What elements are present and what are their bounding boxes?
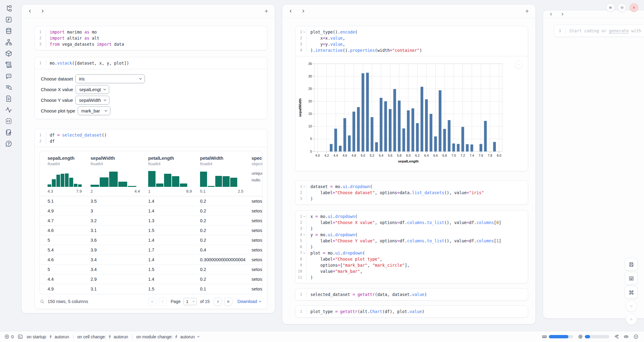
- dataset-select[interactable]: iris: [75, 74, 145, 83]
- table-row[interactable]: 53.61.40.2setosa: [39, 235, 263, 245]
- table-cell: 1.4: [140, 206, 192, 216]
- x-value-select[interactable]: sepalLength: [76, 85, 109, 94]
- stop-kernel-button[interactable]: [626, 301, 637, 312]
- table-row[interactable]: 5.43.91.70.4setosa: [39, 245, 263, 255]
- download-button[interactable]: Download: [238, 299, 262, 304]
- column-header[interactable]: speciesobjectunique:nulls:: [243, 151, 263, 196]
- fold-icon[interactable]: [303, 251, 306, 255]
- layout-toggle-button[interactable]: [625, 272, 638, 285]
- code-editor[interactable]: 1plot_type().encode(2 x=x.value,3 y=y.va…: [295, 26, 528, 56]
- bar-chart[interactable]: 4.04.24.44.64.85.05.25.45.65.86.06.26.46…: [297, 60, 511, 169]
- code-editor[interactable]: 1df = selected_dataset()2df: [35, 129, 267, 147]
- table-row[interactable]: 4.931.40.2setosa: [39, 206, 263, 216]
- code-line: 4).interactive().properties(width="conta…: [295, 47, 528, 53]
- command-palette-button[interactable]: [625, 286, 638, 299]
- table-cell: 4.9: [39, 284, 82, 294]
- code-editor[interactable]: 1selected_dataset = getattr(data, datase…: [295, 289, 528, 300]
- run-all-button[interactable]: [626, 314, 637, 325]
- table-row[interactable]: 53.41.50.2setosa: [39, 265, 263, 274]
- table-row[interactable]: 4.63.41.40.30000000000000004setosa: [39, 255, 263, 265]
- table-row[interactable]: 5.13.51.40.2setosa: [39, 196, 263, 206]
- table-cell: 5: [39, 235, 82, 245]
- menu-button[interactable]: [606, 3, 615, 12]
- nav-back-button[interactable]: [28, 9, 32, 13]
- nav-forward-button[interactable]: [560, 12, 564, 16]
- line-number: 1: [295, 183, 306, 190]
- sidebar-logs-button[interactable]: [5, 61, 13, 69]
- table-row[interactable]: 4.42.91.40.2setosa: [39, 274, 263, 284]
- connection-status-button[interactable]: [633, 334, 639, 339]
- nav-forward-button[interactable]: [301, 9, 306, 13]
- nav-back-button[interactable]: [549, 12, 553, 16]
- next-page-button[interactable]: [214, 297, 222, 306]
- add-cell-button[interactable]: [264, 9, 269, 13]
- fold-icon[interactable]: [303, 185, 306, 188]
- prev-page-button[interactable]: [159, 297, 167, 306]
- table-cell: 0.2: [192, 196, 243, 206]
- save-button[interactable]: [625, 258, 638, 271]
- copilot-status-button[interactable]: [624, 334, 629, 339]
- code-editor[interactable]: 1mo.vstack([dataset, x, y, plot]): [35, 57, 267, 69]
- code-line: 3): [295, 226, 528, 232]
- fold-icon[interactable]: [303, 233, 306, 236]
- table-cell: 0.2: [192, 235, 243, 245]
- sidebar-database-button[interactable]: [5, 27, 13, 35]
- code-line: 8 label="Choose plot type",: [295, 256, 528, 262]
- table-row[interactable]: 4.93.11.50.1setosa: [39, 284, 263, 294]
- code-editor[interactable]: 1plot_type = getattr(alt.Chart(df), plot…: [295, 306, 528, 317]
- first-page-button[interactable]: [148, 297, 156, 306]
- plot-type-select[interactable]: mark_bar: [78, 106, 110, 115]
- sidebar-outline-code-button[interactable]: [5, 118, 13, 125]
- sidebar-dependency-graph-button[interactable]: [5, 39, 13, 46]
- column-header[interactable]: sepalLengthfloat644.37.9: [39, 151, 82, 196]
- on-module-change-setting[interactable]: on module change: autorun: [136, 334, 200, 339]
- add-cell-button[interactable]: [525, 9, 529, 13]
- errors-indicator[interactable]: 0: [4, 334, 14, 339]
- nav-forward-button[interactable]: [40, 9, 45, 13]
- panel-nav: [282, 5, 535, 18]
- search-icon[interactable]: [40, 299, 45, 304]
- close-button[interactable]: [630, 3, 638, 12]
- nav-back-button[interactable]: [288, 9, 293, 13]
- sidebar-documentation-search-button[interactable]: [5, 84, 13, 91]
- table-row[interactable]: 4.73.21.30.2setosa: [39, 216, 263, 226]
- sidebar-ai-chat-button[interactable]: [5, 73, 13, 80]
- sidebar-snippets-button[interactable]: [5, 95, 13, 102]
- settings-button[interactable]: [618, 3, 626, 12]
- sidebar-tracing-button[interactable]: [5, 106, 13, 114]
- code-editor[interactable]: 1import marimo as mo2import altair as al…: [35, 26, 267, 50]
- table-row[interactable]: 4.63.11.50.2setosa: [39, 226, 263, 235]
- column-header[interactable]: petalLengthfloat6416.9: [140, 151, 192, 196]
- column-header[interactable]: sepalWidthfloat6424.4: [82, 151, 140, 196]
- svg-text:5.8: 5.8: [397, 154, 402, 157]
- logs-icon: [5, 61, 13, 68]
- sidebar-functions-button[interactable]: [5, 16, 13, 23]
- sidebar-scratchpad-button[interactable]: [5, 129, 13, 136]
- on-startup-setting[interactable]: on startup: autorun: [27, 334, 69, 339]
- last-page-button[interactable]: [224, 297, 232, 306]
- line-number: 1: [554, 28, 565, 34]
- generate-link[interactable]: generate: [609, 28, 629, 33]
- ai-assist-button[interactable]: [614, 334, 619, 339]
- line-number: 1: [295, 29, 306, 35]
- sidebar-help-button[interactable]: [5, 140, 13, 148]
- code-editor[interactable]: 1x = mo.ui.dropdown(2 label="Choose X va…: [295, 211, 528, 283]
- on-cell-change-setting[interactable]: on cell change: autorun: [77, 334, 128, 339]
- sidebar-packages-button[interactable]: [5, 50, 13, 57]
- code-cell-plot: 1plot_type().encode(2 x=x.value,3 y=y.va…: [295, 26, 528, 171]
- code-line: 2df: [35, 138, 267, 144]
- line-number: 9: [295, 262, 306, 268]
- fold-icon[interactable]: [303, 30, 306, 34]
- table-cell: 3: [82, 206, 140, 216]
- cpu-usage[interactable]: [578, 334, 609, 339]
- sidebar-file-tree-button[interactable]: [5, 5, 13, 12]
- y-value-select[interactable]: sepalWidth: [75, 96, 109, 105]
- code-editor[interactable]: 1dataset = mo.ui.dropdown(2 label="Choos…: [295, 181, 528, 205]
- memory-usage[interactable]: [542, 334, 573, 339]
- page-select[interactable]: 1: [183, 298, 197, 305]
- fold-icon[interactable]: [303, 215, 306, 218]
- code-input[interactable]: Start coding or generate with: [565, 28, 644, 34]
- column-header[interactable]: petalWidthfloat640.12.5: [192, 151, 243, 196]
- terminal-button[interactable]: [18, 334, 23, 339]
- chart-menu-button[interactable]: [515, 61, 523, 69]
